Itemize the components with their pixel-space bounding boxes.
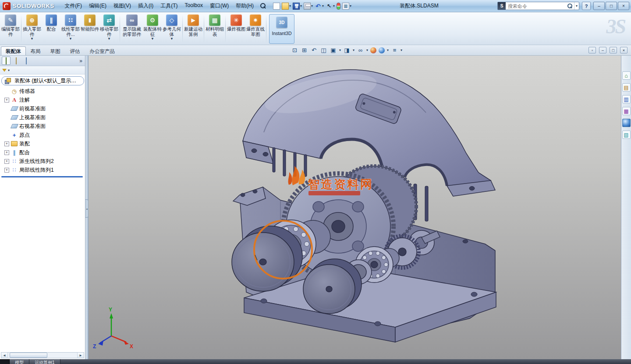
save-icon[interactable]	[293, 3, 300, 10]
custom-properties-icon[interactable]	[622, 131, 631, 139]
menu-edit[interactable]: 编辑(E)	[85, 0, 110, 11]
child-close-button[interactable]: ×	[620, 47, 627, 53]
dropdown-arrow-icon[interactable]: ▼	[107, 37, 111, 41]
scrollbar-track[interactable]	[8, 353, 77, 358]
dropdown-arrow-icon[interactable]: ▾	[366, 48, 368, 52]
undo-dropdown-icon[interactable]: ▾	[322, 4, 324, 8]
maximize-button[interactable]: □	[606, 2, 617, 10]
ribbon-new-motion-study-button[interactable]: 新建运动算例	[184, 13, 203, 45]
tree-item-origin[interactable]: 原点	[4, 131, 84, 139]
tree-item-mates[interactable]: 配合	[4, 148, 84, 157]
tree-item-front-plane[interactable]: 前视基准面	[4, 104, 84, 113]
command-search-input[interactable]	[506, 3, 567, 9]
ribbon-assembly-features-button[interactable]: 装配体特征 ▼	[143, 13, 162, 45]
ribbon-exploded-view-button[interactable]: 爆炸视图	[227, 13, 246, 45]
dropdown-arrow-icon[interactable]: ▾	[387, 48, 389, 52]
propertymanager-tab-icon[interactable]	[12, 57, 21, 65]
search-scope-icon[interactable]: S	[498, 2, 506, 10]
menu-file[interactable]: 文件(F)	[61, 0, 85, 11]
tree-item-local-pattern[interactable]: 局部线性阵列1	[4, 166, 84, 174]
displaymanager-tab-icon[interactable]	[32, 57, 41, 65]
view-palette-icon[interactable]	[622, 107, 631, 115]
tab-layout[interactable]: 布局	[26, 46, 46, 55]
tree-item-assembly-folder[interactable]: 装配	[4, 139, 84, 148]
expand-icon[interactable]	[4, 150, 9, 155]
save-dropdown-icon[interactable]: ▾	[300, 4, 302, 8]
close-button[interactable]: ×	[618, 2, 629, 10]
ribbon-reference-geometry-button[interactable]: 参考几何体 ▼	[162, 13, 181, 45]
menu-view[interactable]: 视图(V)	[110, 0, 135, 11]
instant3d-button[interactable]: Instant3D	[269, 14, 294, 44]
tree-item-annotations[interactable]: 注解	[4, 95, 84, 104]
solidworks-resources-icon[interactable]	[622, 71, 631, 80]
child-restore-button[interactable]: –	[599, 47, 606, 53]
ribbon-smart-fasteners-button[interactable]: 智能扣件	[80, 13, 99, 45]
rollback-bar[interactable]	[1, 176, 83, 177]
view-orientation-icon[interactable]	[330, 46, 337, 54]
menu-search-icon[interactable]	[260, 3, 267, 10]
apply-scene-icon[interactable]	[379, 47, 385, 53]
search-icon[interactable]	[567, 3, 573, 9]
tab-sketch[interactable]: 草图	[46, 46, 65, 55]
file-explorer-icon[interactable]	[622, 95, 631, 103]
ribbon-linear-component-pattern-button[interactable]: 线性零部件... ▼	[61, 13, 80, 45]
dropdown-arrow-icon[interactable]: ▼	[151, 37, 154, 41]
rebuild-icon[interactable]	[337, 3, 340, 10]
scroll-right-icon[interactable]: ►	[77, 353, 84, 358]
expand-icon[interactable]	[4, 159, 9, 164]
previous-view-icon[interactable]	[310, 46, 318, 54]
select-cursor-icon[interactable]	[326, 3, 333, 10]
ribbon-move-component-button[interactable]: 移动零部件 ▼	[99, 13, 119, 45]
menu-window[interactable]: 窗口(W)	[206, 0, 232, 11]
filter-icon[interactable]	[2, 69, 7, 72]
print-icon[interactable]	[304, 3, 311, 10]
zoom-to-area-icon[interactable]	[301, 46, 308, 54]
zoom-to-fit-icon[interactable]	[291, 46, 298, 54]
select-dropdown-icon[interactable]: ▾	[333, 4, 335, 8]
design-library-icon[interactable]	[622, 83, 631, 92]
tab-assembly[interactable]: 装配体	[1, 46, 26, 55]
display-style-icon[interactable]	[343, 46, 351, 54]
edit-appearance-icon[interactable]	[370, 47, 376, 53]
tab-motion-study-1[interactable]: 运动算例1	[29, 359, 60, 364]
options-dropdown-icon[interactable]: ▾	[350, 4, 351, 8]
tree-item-right-plane[interactable]: 右视基准面	[4, 122, 84, 131]
configurationmanager-tab-icon[interactable]	[22, 57, 31, 65]
featuremanager-tab-icon[interactable]	[2, 57, 11, 65]
hide-show-items-icon[interactable]	[357, 46, 364, 54]
ribbon-explode-line-sketch-button[interactable]: 爆炸直线草图	[246, 13, 265, 45]
ribbon-show-hidden-components-button[interactable]: 显示隐藏的零部件	[121, 13, 143, 45]
expand-icon[interactable]	[4, 168, 9, 173]
tab-office-products[interactable]: 办公室产品	[85, 46, 120, 55]
tree-item-top-plane[interactable]: 上视基准面	[4, 113, 84, 122]
ribbon-edit-component-button[interactable]: 编辑零部件	[1, 13, 20, 45]
print-dropdown-icon[interactable]: ▾	[311, 4, 313, 8]
menu-toolbox[interactable]: Toolbox	[181, 0, 206, 11]
panel-horizontal-scrollbar[interactable]: ◄ ►	[1, 352, 84, 358]
panel-splitter[interactable]	[85, 56, 89, 359]
panel-collapse-handle[interactable]	[85, 199, 89, 218]
child-maximize-button[interactable]: □	[610, 47, 617, 53]
dropdown-arrow-icon[interactable]: ▾	[401, 48, 402, 52]
menu-insert[interactable]: 插入(I)	[135, 0, 157, 11]
undo-icon[interactable]	[315, 3, 322, 10]
scrollbar-thumb[interactable]	[10, 353, 47, 358]
menu-help[interactable]: 帮助(H)	[232, 0, 257, 11]
ribbon-insert-components-button[interactable]: 插入零部件 ▼	[22, 13, 42, 45]
ribbon-mate-button[interactable]: 配合	[42, 13, 61, 45]
dropdown-arrow-icon[interactable]: ▼	[69, 37, 72, 41]
menu-tools[interactable]: 工具(T)	[157, 0, 181, 11]
minimize-button[interactable]: –	[593, 2, 605, 10]
appearances-scenes-icon[interactable]	[622, 119, 631, 127]
new-document-icon[interactable]	[273, 3, 280, 10]
tree-root-assembly[interactable]: 装配体 (默认<默认_显示状态-1	[1, 76, 84, 85]
filter-dropdown-icon[interactable]: ▾	[8, 68, 10, 72]
graphics-viewport[interactable]: 智造资料网 Y X Z	[89, 56, 621, 359]
view-settings-icon[interactable]	[391, 46, 398, 54]
dropdown-arrow-icon[interactable]: ▾	[353, 48, 354, 52]
child-minimize-button[interactable]: ▫	[588, 47, 596, 53]
expand-icon[interactable]	[4, 98, 9, 102]
section-view-icon[interactable]	[320, 46, 327, 54]
dropdown-arrow-icon[interactable]: ▼	[170, 37, 174, 41]
ribbon-bill-of-materials-button[interactable]: 材料明细表	[205, 13, 224, 45]
